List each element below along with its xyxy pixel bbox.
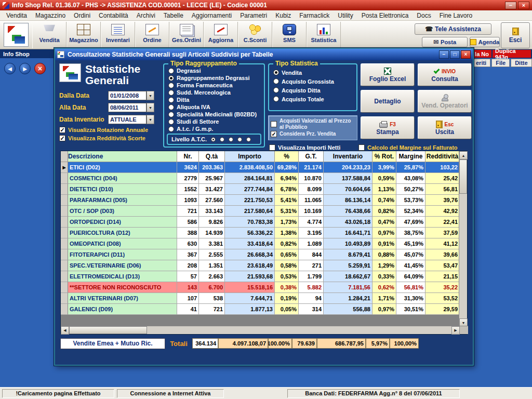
radio-acquisto-totale[interactable]: Acquisto Totale xyxy=(273,95,356,103)
stop-icon[interactable] xyxy=(34,63,46,74)
consulta-button[interactable]: INVIOConsulta xyxy=(418,63,472,86)
table-row[interactable]: COSMETICI (D04)277925.967284.164,816,94%… xyxy=(61,173,460,184)
horizontal-scroll-thumb[interactable] xyxy=(69,326,147,334)
menu-item-vendita[interactable]: Vendita xyxy=(2,11,31,20)
column-header-item[interactable]: % xyxy=(275,151,299,162)
posta-button[interactable]: Posta xyxy=(422,37,468,47)
close-icon[interactable]: × xyxy=(518,2,529,9)
column-header-redditivit[interactable]: Redditività xyxy=(425,151,460,162)
dialog-minimize-icon[interactable]: − xyxy=(439,50,449,59)
column-header-nr[interactable]: Nr. xyxy=(177,151,199,162)
menu-item-posta-elettronica[interactable]: Posta Elettronica xyxy=(357,11,413,20)
toolbar-button-sms[interactable]: SMS xyxy=(272,22,307,48)
table-row[interactable]: OMEOPATICI (D08)6303.38133.418,640,82%1.… xyxy=(61,238,460,249)
column-header-inventario[interactable]: Inventario xyxy=(324,151,373,162)
esci-button[interactable]: Esci xyxy=(501,22,530,48)
checkbox-considera-prz-vendita[interactable]: Considera Prz. Vendita xyxy=(271,131,355,137)
table-row[interactable]: SPEC.VETERINARIE (D06)2081.35123.618,490… xyxy=(61,260,460,271)
horizontal-scrollbar[interactable] xyxy=(61,326,468,334)
radio-ditta[interactable]: Ditta xyxy=(168,96,264,103)
column-header-g-t[interactable]: G.T. xyxy=(299,151,324,162)
dialog-close-icon[interactable]: × xyxy=(461,50,471,59)
table-row[interactable]: ELETTROMEDICALI (D13)572.66321.593,680,5… xyxy=(61,271,460,282)
menu-item-farmaclick[interactable]: Farmaclick xyxy=(295,11,334,20)
dialog-maximize-icon[interactable]: □ xyxy=(450,50,460,59)
dettaglio-button[interactable]: Dettaglio xyxy=(361,90,415,113)
scroll-up-icon[interactable] xyxy=(459,151,468,159)
menu-item-parametri[interactable]: Parametri xyxy=(236,11,271,20)
radio-vendita[interactable]: Vendita xyxy=(273,68,356,77)
radio-raggruppamento-degrassi[interactable]: Raggruppamento Degrassi xyxy=(168,74,264,82)
table-row[interactable]: FITOTERAPICI (D11)3672.55526.668,340,65%… xyxy=(61,249,460,260)
livello-dot[interactable] xyxy=(246,137,251,142)
menu-item-utility[interactable]: Utility xyxy=(334,11,357,20)
vendite-emea-button[interactable]: Vendite Emea + Mutuo Ric. xyxy=(60,338,165,349)
table-row[interactable]: PUERICOLTURA (D12)38814.93956.336,221,38… xyxy=(61,228,460,238)
scroll-left-icon[interactable] xyxy=(61,326,69,335)
checkbox-visualizza-redditivit-scorte[interactable]: Visualizza Redditività Scorte xyxy=(59,135,162,141)
toolbar-button-ordine[interactable]: Ordine xyxy=(135,22,169,48)
table-row[interactable]: GALENICI (D09)417211.877,130,05%314556,8… xyxy=(61,304,460,315)
table-row[interactable]: ETICI (D02)3624203.3632.838.408,5069,28%… xyxy=(61,162,460,173)
foglio-excel-button[interactable]: Foglio Excel xyxy=(361,63,415,86)
toolbar-button-statistica[interactable]: Statistica xyxy=(307,22,341,48)
column-header-indicator[interactable] xyxy=(61,151,68,162)
menu-item-contabilit[interactable]: Contabilità xyxy=(95,11,132,20)
table-row[interactable]: PARAFARMACI (D05)109327.560221.750,535,4… xyxy=(61,195,460,206)
table-row[interactable]: ALTRI VETERINARI (D07)1075387.644,710,19… xyxy=(61,293,460,304)
toolbar-button-c-sconti[interactable]: C.Sconti xyxy=(238,22,272,48)
toolbar-button-magazzino[interactable]: Magazzino xyxy=(66,22,101,48)
app-logo[interactable] xyxy=(4,23,29,47)
uscita-button[interactable]: EscUscita xyxy=(418,116,472,139)
stampa-button[interactable]: F3Stampa xyxy=(361,116,415,139)
column-header-rot[interactable]: % Rot. xyxy=(373,151,396,162)
checkbox-visualizza-rotazione-annuale[interactable]: Visualizza Rotazione Annuale xyxy=(59,127,162,133)
radio-a-t-c-g-m-p[interactable]: A.t.c. / G.m.p. xyxy=(168,125,264,132)
checkbox-calcolo-del-margine-sul-fatturato[interactable]: Calcolo del Margine sul Fatturato xyxy=(358,144,458,151)
agenda-button[interactable]: Agenda xyxy=(470,37,500,47)
column-header-descrizione[interactable]: Descrizione xyxy=(68,151,177,162)
menu-item-kubiz[interactable]: Kubiz xyxy=(271,11,295,20)
column-header-q-t[interactable]: Q.tà xyxy=(199,151,225,162)
dalla-data-value[interactable]: 01/01/2008 xyxy=(108,91,147,100)
menu-item-tabelle[interactable]: Tabelle xyxy=(159,11,188,20)
alla-data-value[interactable]: 08/06/2011 xyxy=(108,103,147,112)
minimize-icon[interactable]: − xyxy=(505,2,516,9)
data-inventario-dropdown-icon[interactable] xyxy=(147,115,154,124)
table-row[interactable]: OTC / SOP (D03)72133.143217.580,645,31%1… xyxy=(61,206,460,217)
tab-eriti[interactable]: eriti xyxy=(472,59,490,67)
menu-item-ordini[interactable]: Ordini xyxy=(70,11,95,20)
table-row[interactable]: ORTOPEDICI (D14)5869.82670.783,381,73%4.… xyxy=(61,217,460,228)
radio-forma-farmaceutica[interactable]: Forma Farmaceutica xyxy=(168,82,264,89)
tab-ditte[interactable]: Ditte xyxy=(511,59,531,67)
column-header-margine[interactable]: Margine xyxy=(396,151,425,162)
livello-dot[interactable] xyxy=(237,137,242,142)
toolbar-button-inventari[interactable]: Inventari xyxy=(101,22,135,48)
column-header-importo[interactable]: Importo xyxy=(225,151,275,162)
back-arrow-icon[interactable] xyxy=(4,63,16,74)
menu-item-fine-lavoro[interactable]: Fine Lavoro xyxy=(435,11,476,20)
livello-dot[interactable] xyxy=(229,137,233,142)
toolbar-button-aggiorna[interactable]: Aggiorna xyxy=(204,22,238,48)
radio-aliquota-iva[interactable]: Aliquota IVA xyxy=(168,103,264,111)
checkbox-acquisti-valorizzati-al-prezzo-al-pubblico[interactable]: Acquisti Valorizzati al Prezzo al Pubbli… xyxy=(271,118,355,130)
radio-acquisto-ditta[interactable]: Acquisto Ditta xyxy=(273,86,356,95)
dalla-data-dropdown-icon[interactable] xyxy=(147,91,154,100)
radio-sudd-merceologica[interactable]: Sudd. Merceologica xyxy=(168,89,264,96)
radio-specialit-medicinali-b02bd[interactable]: Specialità Medicinali (B02BD) xyxy=(168,111,264,118)
menu-item-magazzino[interactable]: Magazzino xyxy=(31,11,70,20)
data-inventario-value[interactable]: ATTUALE xyxy=(108,115,147,124)
forward-arrow-icon[interactable] xyxy=(19,63,31,74)
tele-assistenza-button[interactable]: Tele Assistenza xyxy=(415,23,491,35)
table-row[interactable]: **SETTORE NON RICONOSCIUTO1436.70015.518… xyxy=(61,282,460,293)
alla-data-dropdown-icon[interactable] xyxy=(147,103,154,112)
toolbar-button-vendita[interactable]: Vendita xyxy=(32,22,66,48)
radio-acquisto-grossista[interactable]: Acquisto Grossista xyxy=(273,77,356,86)
checkbox-visualizza-importi-netti[interactable]: Visualizza Importi Netti xyxy=(269,144,340,151)
tab-file[interactable]: File xyxy=(491,59,510,67)
vertical-scrollbar[interactable] xyxy=(459,151,467,327)
menu-item-archivi[interactable]: Archivi xyxy=(132,11,159,20)
scroll-right-icon[interactable] xyxy=(451,326,460,335)
livello-dot[interactable] xyxy=(211,137,216,142)
table-row[interactable]: DIETETICI (D10)155231.427277.744,846,78%… xyxy=(61,184,460,195)
